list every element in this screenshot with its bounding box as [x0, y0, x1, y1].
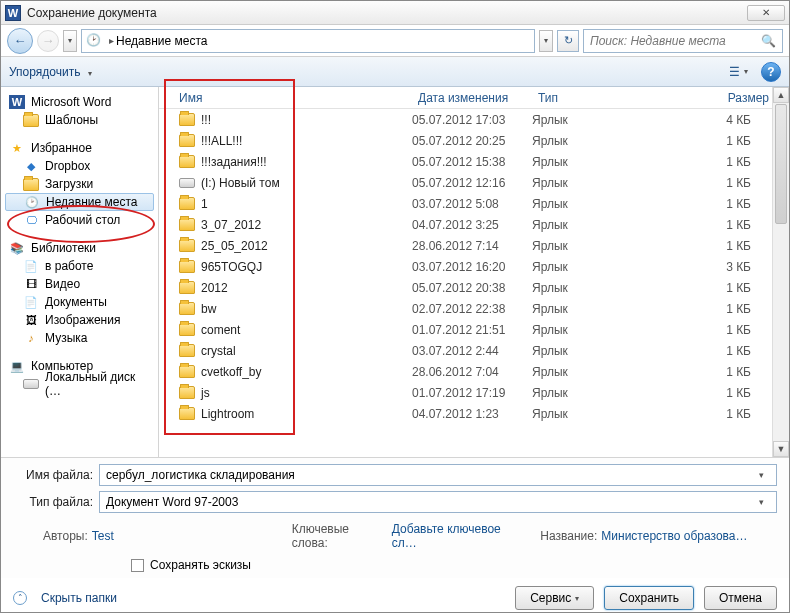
refresh-button[interactable]: ↻: [557, 30, 579, 52]
table-row[interactable]: 201205.07.2012 20:38Ярлык1 КБ: [159, 277, 771, 298]
folder-icon: [179, 218, 195, 231]
library-icon: 📚: [9, 241, 25, 255]
file-size: 1 КБ: [644, 386, 771, 400]
folder-icon: [179, 407, 195, 420]
sidebar-item-localdisk[interactable]: Локальный диск (…: [5, 375, 154, 393]
cancel-button[interactable]: Отмена: [704, 586, 777, 610]
table-row[interactable]: cvetkoff_by28.06.2012 7:04Ярлык1 КБ: [159, 361, 771, 382]
file-date: 05.07.2012 15:38: [412, 155, 532, 169]
table-row[interactable]: bw02.07.2012 22:38Ярлык1 КБ: [159, 298, 771, 319]
header-size: Размер: [644, 91, 789, 105]
file-size: 1 КБ: [644, 176, 771, 190]
file-date: 04.07.2012 3:25: [412, 218, 532, 232]
header-name: Имя: [159, 91, 412, 105]
folder-icon: [23, 178, 39, 191]
file-date: 03.07.2012 16:20: [412, 260, 532, 274]
file-type: Ярлык: [532, 281, 644, 295]
scrollbar[interactable]: ▲ ▼: [772, 87, 789, 457]
file-date: 28.06.2012 7:14: [412, 239, 532, 253]
sidebar-item-pictures[interactable]: 🖼Изображения: [5, 311, 154, 329]
table-row[interactable]: 103.07.2012 5:08Ярлык1 КБ: [159, 193, 771, 214]
sidebar-item-favorites[interactable]: ★Избранное: [5, 139, 154, 157]
table-row[interactable]: 25_05_201228.06.2012 7:14Ярлык1 КБ: [159, 235, 771, 256]
help-button[interactable]: ?: [761, 62, 781, 82]
filename-label: Имя файла:: [13, 468, 99, 482]
table-row[interactable]: crystal03.07.2012 2:44Ярлык1 КБ: [159, 340, 771, 361]
sidebar-item-video[interactable]: 🎞Видео: [5, 275, 154, 293]
file-date: 03.07.2012 5:08: [412, 197, 532, 211]
scroll-down-button[interactable]: ▼: [773, 441, 789, 457]
file-size: 1 КБ: [644, 344, 771, 358]
table-row[interactable]: 965TOGQJ03.07.2012 16:20Ярлык3 КБ: [159, 256, 771, 277]
file-type: Ярлык: [532, 113, 644, 127]
sidebar-item-inwork[interactable]: 📄в работе: [5, 257, 154, 275]
sidebar-item-documents[interactable]: 📄Документы: [5, 293, 154, 311]
chevron-right-icon: ▸: [106, 35, 116, 46]
recent-places-icon: 🕑: [24, 195, 40, 209]
file-size: 1 КБ: [644, 365, 771, 379]
table-row[interactable]: 3_07_201204.07.2012 3:25Ярлык1 КБ: [159, 214, 771, 235]
table-row[interactable]: !!!ALL!!!05.07.2012 20:25Ярлык1 КБ: [159, 130, 771, 151]
sidebar-item-music[interactable]: ♪Музыка: [5, 329, 154, 347]
file-name: coment: [201, 323, 240, 337]
sidebar-item-dropbox[interactable]: ◆Dropbox: [5, 157, 154, 175]
keywords-value[interactable]: Добавьте ключевое сл…: [392, 522, 528, 550]
recent-places-icon: 🕑: [86, 33, 102, 49]
view-options-button[interactable]: ☰▾: [725, 61, 751, 83]
authors-value[interactable]: Test: [92, 529, 114, 543]
hide-folders-button[interactable]: Скрыть папки: [41, 591, 117, 605]
sidebar-item-templates[interactable]: Шаблоны: [5, 111, 154, 129]
breadcrumb-dropdown[interactable]: ▾: [539, 30, 553, 52]
table-row[interactable]: !!!05.07.2012 17:03Ярлык4 КБ: [159, 109, 771, 130]
sidebar-item-libraries[interactable]: 📚Библиотеки: [5, 239, 154, 257]
filetype-select[interactable]: Документ Word 97-2003▾: [99, 491, 777, 513]
file-type: Ярлык: [532, 407, 644, 421]
file-date: 04.07.2012 1:23: [412, 407, 532, 421]
table-row[interactable]: coment01.07.2012 21:51Ярлык1 КБ: [159, 319, 771, 340]
search-input[interactable]: Поиск: Недавние места 🔍: [583, 29, 783, 53]
file-size: 1 КБ: [644, 134, 771, 148]
title-meta-value[interactable]: Министерство образова…: [601, 529, 747, 543]
breadcrumb-current: Недавние места: [116, 34, 207, 48]
table-row[interactable]: Lightroom04.07.2012 1:23Ярлык1 КБ: [159, 403, 771, 424]
folder-icon: [179, 365, 195, 378]
sidebar-item-downloads[interactable]: Загрузки: [5, 175, 154, 193]
file-name: 3_07_2012: [201, 218, 261, 232]
file-date: 01.07.2012 21:51: [412, 323, 532, 337]
forward-button[interactable]: →: [37, 30, 59, 52]
file-name: cvetkoff_by: [201, 365, 261, 379]
sidebar-item-desktop[interactable]: 🖵Рабочий стол: [5, 211, 154, 229]
pictures-icon: 🖼: [23, 313, 39, 327]
scroll-thumb[interactable]: [775, 104, 787, 224]
file-name: js: [201, 386, 210, 400]
file-type: Ярлык: [532, 260, 644, 274]
file-name: !!!ALL!!!: [201, 134, 242, 148]
table-row[interactable]: (I:) Новый том05.07.2012 12:16Ярлык1 КБ: [159, 172, 771, 193]
breadcrumb[interactable]: 🕑 ▸ Недавние места: [81, 29, 535, 53]
file-type: Ярлык: [532, 218, 644, 232]
sidebar-item-recent[interactable]: 🕑Недавние места: [5, 193, 154, 211]
folder-icon: [179, 134, 195, 147]
column-headers[interactable]: Имя Дата изменения Тип Размер: [159, 87, 789, 109]
file-size: 1 КБ: [644, 407, 771, 421]
table-row[interactable]: js01.07.2012 17:19Ярлык1 КБ: [159, 382, 771, 403]
header-date: Дата изменения: [412, 91, 532, 105]
file-size: 4 КБ: [644, 113, 771, 127]
save-button[interactable]: Сохранить: [604, 586, 694, 610]
file-date: 05.07.2012 17:03: [412, 113, 532, 127]
history-dropdown[interactable]: ▾: [63, 30, 77, 52]
save-thumbnails-checkbox[interactable]: [131, 559, 144, 572]
back-button[interactable]: ←: [7, 28, 33, 54]
file-name: Lightroom: [201, 407, 254, 421]
close-button[interactable]: ✕: [747, 5, 785, 21]
sidebar-item-word[interactable]: WMicrosoft Word: [5, 93, 154, 111]
authors-label: Авторы:: [43, 529, 88, 543]
filename-input[interactable]: сербул_логистика складирования▾: [99, 464, 777, 486]
table-row[interactable]: !!!задания!!!05.07.2012 15:38Ярлык1 КБ: [159, 151, 771, 172]
scroll-up-button[interactable]: ▲: [773, 87, 789, 103]
tools-button[interactable]: Сервис▾: [515, 586, 594, 610]
word-icon: W: [5, 5, 21, 21]
organize-button[interactable]: Упорядочить ▾: [9, 65, 92, 79]
folder-icon: [179, 281, 195, 294]
file-name: 25_05_2012: [201, 239, 268, 253]
